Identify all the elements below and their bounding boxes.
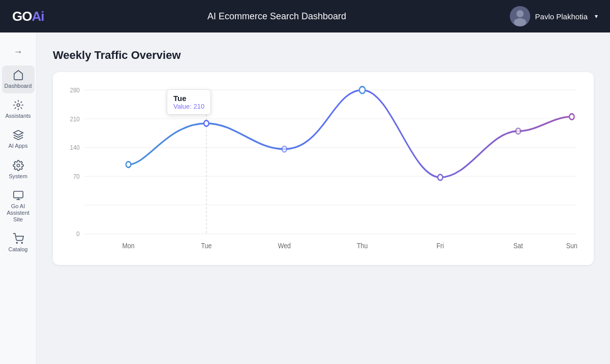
svg-rect-5 — [13, 191, 22, 198]
sidebar-item-catalog[interactable]: Catalog — [2, 229, 35, 257]
svg-point-7 — [21, 243, 22, 244]
sidebar-item-go-ai-assistant[interactable]: Go AI Assistent Site — [2, 186, 35, 227]
user-name: Pavlo Plakhotia — [535, 12, 588, 21]
logo-text: GOAi — [12, 9, 44, 24]
sidebar-label-assistants: Assistants — [5, 113, 30, 119]
sidebar-item-dashboard[interactable]: Dashboard — [2, 65, 35, 93]
sidebar-item-ai-apps[interactable]: AI Apps — [2, 125, 35, 153]
svg-point-32 — [516, 128, 521, 134]
sidebar-label-catalog: Catalog — [9, 246, 28, 253]
svg-text:Sun: Sun — [566, 242, 577, 250]
user-menu[interactable]: Pavlo Plakhotia ▾ — [510, 6, 598, 26]
chevron-down-icon: ▾ — [595, 13, 598, 20]
svg-point-29 — [282, 146, 287, 152]
page-title: Weekly Traffic Overview — [53, 49, 594, 62]
sidebar-item-assistants[interactable]: Assistants — [2, 95, 35, 123]
logo-go: GO — [12, 9, 32, 24]
svg-point-1 — [516, 10, 524, 17]
svg-point-27 — [126, 161, 131, 167]
sidebar-label-system: System — [9, 173, 27, 180]
svg-point-31 — [438, 175, 443, 180]
svg-point-3 — [17, 104, 20, 107]
catalog-icon — [13, 233, 24, 244]
app-header: GOAi AI Ecommerce Search Dashboard Pavlo… — [0, 0, 610, 32]
svg-text:210: 210 — [70, 115, 80, 123]
svg-text:0: 0 — [76, 230, 79, 238]
logo: GOAi — [12, 9, 44, 24]
system-icon — [13, 160, 24, 171]
chart-card: 280 210 140 70 0 Mon Tue Wed Thu Fri Sat… — [53, 72, 594, 265]
svg-point-33 — [569, 114, 574, 119]
svg-point-28 — [204, 120, 209, 126]
sidebar: → Dashboard Assistants — [0, 32, 37, 364]
avatar — [510, 6, 530, 26]
main-content: Weekly Traffic Overview 280 210 140 70 — [37, 32, 610, 364]
logo-ai: Ai — [32, 9, 44, 24]
svg-text:Mon: Mon — [122, 242, 134, 250]
sidebar-item-system[interactable]: System — [2, 156, 35, 184]
assistants-icon — [13, 100, 24, 111]
sidebar-collapse-button[interactable]: → — [2, 41, 35, 63]
layout: → Dashboard Assistants — [0, 32, 610, 364]
traffic-chart-svg: 280 210 140 70 0 Mon Tue Wed Thu Fri Sat… — [65, 84, 582, 257]
svg-point-30 — [359, 87, 365, 94]
svg-point-4 — [17, 164, 20, 167]
svg-text:280: 280 — [70, 86, 80, 94]
svg-text:Sat: Sat — [513, 242, 523, 250]
svg-point-2 — [514, 18, 526, 26]
ai-apps-icon — [13, 129, 24, 141]
sidebar-label-go-ai-assistant: Go AI Assistent Site — [4, 203, 33, 223]
monitor-icon — [13, 190, 24, 201]
svg-text:Fri: Fri — [437, 242, 444, 250]
svg-text:140: 140 — [70, 144, 80, 151]
svg-text:Wed: Wed — [278, 242, 291, 250]
sidebar-label-ai-apps: AI Apps — [9, 143, 28, 149]
header-title: AI Ecommerce Search Dashboard — [207, 11, 346, 22]
dashboard-icon — [13, 70, 24, 81]
svg-text:Tue: Tue — [201, 242, 211, 250]
svg-text:Thu: Thu — [357, 242, 368, 250]
svg-text:70: 70 — [73, 173, 80, 180]
svg-point-6 — [16, 243, 17, 244]
sidebar-label-dashboard: Dashboard — [5, 83, 32, 89]
chart-container: 280 210 140 70 0 Mon Tue Wed Thu Fri Sat… — [65, 84, 582, 257]
